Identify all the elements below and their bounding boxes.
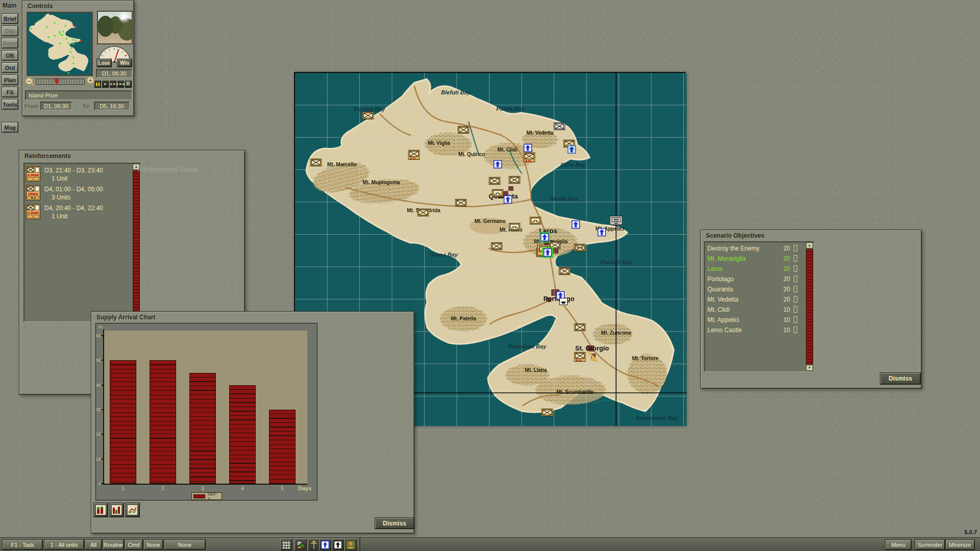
toolbar-button-1-all-units[interactable]: 1 - All units — [44, 540, 84, 549]
objective-row[interactable]: Mt. Vedetta20 — [707, 295, 803, 305]
toolbar-button-none[interactable]: None — [164, 540, 205, 549]
toolbar-button-surrender[interactable]: Surrender — [915, 540, 945, 549]
objective-row[interactable]: Mt. Appetici10 — [707, 315, 803, 325]
waypoint-cross-icon[interactable] — [308, 539, 320, 550]
line-chart-icon[interactable] — [126, 503, 139, 517]
toolbar-button-routine[interactable]: Routine — [103, 540, 124, 549]
grouped-bar-chart-icon[interactable] — [110, 503, 124, 517]
restart-button[interactable]: R — [125, 80, 132, 88]
grid-icon[interactable] — [280, 539, 292, 550]
objective-row[interactable]: Portolago20 — [707, 274, 803, 285]
unit-counter-paratroop[interactable] — [504, 195, 512, 204]
sidebar-item-msg[interactable]: Msg — [2, 122, 18, 132]
unit-counter-infantry[interactable] — [509, 176, 521, 184]
unit-counter-infantry[interactable] — [362, 112, 374, 120]
objective-name: Quaranta — [707, 286, 733, 293]
sidebar-item-obj[interactable]: Obj — [2, 26, 18, 36]
win-button[interactable]: Win — [117, 59, 132, 67]
sidebar-item-plan[interactable]: Plan — [2, 75, 18, 85]
zoom-in-icon[interactable]: + — [87, 77, 94, 84]
objective-status-icon — [794, 316, 797, 323]
chart-y-axis — [103, 330, 104, 485]
scrollbar-track[interactable] — [806, 249, 813, 364]
from-label: From — [24, 103, 39, 109]
unit-counter-infantry[interactable] — [491, 242, 503, 251]
controls-panel: Controls — [22, 0, 134, 116]
unit-counter-artillery[interactable] — [492, 189, 504, 197]
scrollbar-track[interactable] — [133, 170, 140, 321]
toolbar-button-all[interactable]: All — [85, 540, 102, 549]
objective-status-icon — [794, 245, 797, 252]
fastest-forward-button[interactable]: ►►► — [117, 80, 124, 88]
unit-counter-paratroop[interactable] — [544, 248, 552, 257]
play-button[interactable]: ► — [102, 80, 109, 88]
sidebar-item-tools[interactable]: Tools — [2, 99, 18, 109]
reinforcements-list[interactable]: A.RWKID3, 21:40 - D3, 23:401 Unit2RWK⚑ I… — [23, 163, 141, 322]
objective-row[interactable]: Mt. Meraviglia20 — [707, 254, 803, 264]
minimap[interactable] — [27, 12, 93, 76]
unit-counter-paratroop[interactable] — [541, 233, 549, 242]
unit-counter-infantry[interactable] — [310, 159, 322, 167]
objective-row[interactable]: Mt. Clidi10 — [707, 305, 803, 315]
chart-y-tick-mark — [101, 434, 103, 435]
stacked-bar-chart-icon[interactable] — [94, 503, 108, 517]
unit-counter-paratroop[interactable] — [598, 228, 606, 237]
unit-counter-airlanding[interactable] — [568, 145, 576, 154]
unit-counter-infantry-mech[interactable] — [408, 150, 420, 160]
objective-row[interactable]: Quaranta20 — [707, 285, 803, 295]
fast-forward-button[interactable]: ►► — [109, 80, 116, 88]
unit-counter-enemy-hq[interactable] — [610, 216, 623, 225]
chart-legend: SEP 2 — [191, 492, 222, 500]
unit-counter-infantry[interactable] — [559, 267, 571, 276]
commander-icon[interactable] — [345, 539, 357, 550]
nato-symbol-icon[interactable] — [319, 539, 331, 550]
sidebar-item-reinf[interactable]: Reinf — [2, 38, 18, 48]
objective-status-icon — [794, 265, 797, 272]
unit-counter-infantry[interactable] — [542, 409, 553, 417]
objectives-list[interactable]: Destroy the Enemy20Mt. Meraviglia20Leros… — [704, 241, 814, 372]
reinforcement-row[interactable]: D.RWKID4, 20:40 - D4, 22:401 Unit — [26, 204, 126, 221]
time-slider[interactable] — [36, 79, 85, 85]
unit-counter-enemy-infantry[interactable] — [554, 122, 566, 131]
toolbar-button-menu[interactable]: Menu — [886, 540, 911, 549]
unit-counter-support[interactable] — [559, 298, 568, 305]
unit-counter-paratroop[interactable] — [494, 160, 502, 169]
scroll-up-icon[interactable]: ▲ — [806, 242, 813, 248]
unit-counter-infantry[interactable] — [455, 199, 467, 207]
unit-counter-infantry[interactable] — [489, 177, 501, 185]
scroll-down-icon[interactable]: ▼ — [806, 365, 813, 371]
toolbar-button-f1-task[interactable]: F1 - Task — [3, 540, 42, 549]
reinforcement-row[interactable]: A.RWKID3, 21:40 - D3, 23:401 Unit — [26, 166, 126, 184]
unit-counter-infantry[interactable] — [574, 323, 586, 332]
unit-counter-infantry-mech[interactable] — [574, 352, 586, 362]
pause-button[interactable]: ❚❚ — [94, 80, 101, 88]
unit-counters-icon[interactable] — [295, 539, 307, 550]
unit-counter-infantry[interactable] — [418, 209, 429, 217]
objective-row[interactable]: Destroy the Enemy20 — [707, 244, 803, 254]
reinforcement-row[interactable]: 2RWK⚑ IID4, 01:00 - D4, 05:003 Units — [26, 185, 126, 203]
sidebar-item-ob[interactable]: OB — [2, 51, 18, 60]
chart-dismiss-button[interactable]: Dismiss — [375, 518, 414, 529]
unit-counter-infantry[interactable] — [458, 126, 470, 134]
unit-counter-paratroop[interactable] — [572, 220, 580, 229]
arrow-symbol-icon[interactable] — [332, 539, 344, 550]
objective-value: 20 — [783, 255, 790, 262]
lose-button[interactable]: Lose — [97, 59, 111, 67]
chart-y-tick-mark — [101, 409, 103, 410]
unit-counter-artillery[interactable] — [530, 217, 542, 225]
objective-row[interactable]: Leros Castle10 — [707, 325, 803, 336]
toolbar-button-cmd[interactable]: Cmd — [125, 540, 142, 549]
objective-row[interactable]: Leros20 — [707, 264, 803, 274]
toolbar-button-none[interactable]: None — [144, 540, 163, 549]
time-slider-thumb[interactable] — [55, 78, 59, 85]
zoom-out-icon[interactable]: − — [26, 78, 33, 85]
unit-counter-paratroop[interactable] — [524, 144, 532, 153]
unit-counter-infantry-mech[interactable] — [524, 153, 535, 163]
unit-counter-weapons[interactable] — [574, 244, 586, 252]
sidebar-item-fs[interactable]: FS — [2, 87, 18, 97]
toolbar-button-minimize[interactable]: Minimize — [946, 540, 974, 549]
unit-counter-artillery[interactable] — [509, 223, 521, 231]
sidebar-item-ord[interactable]: Ord — [2, 63, 18, 72]
objectives-dismiss-button[interactable]: Dismiss — [880, 373, 920, 384]
sidebar-item-brief[interactable]: Brief — [2, 14, 18, 23]
